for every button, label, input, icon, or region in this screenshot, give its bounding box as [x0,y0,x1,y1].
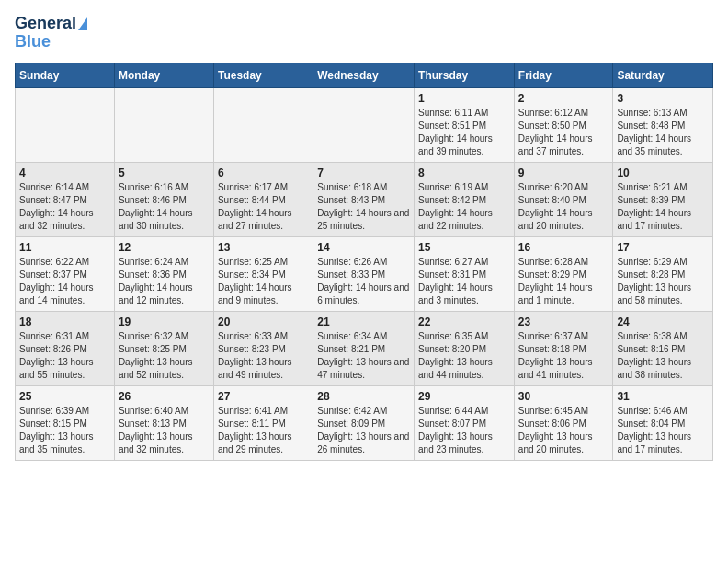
calendar-cell: 9Sunrise: 6:20 AM Sunset: 8:40 PM Daylig… [514,162,613,236]
page-header: General Blue [15,15,713,52]
day-info: Sunrise: 6:45 AM Sunset: 8:06 PM Dayligh… [518,405,609,456]
day-number: 17 [617,241,709,254]
logo-triangle-icon [78,17,87,30]
calendar-cell: 6Sunrise: 6:17 AM Sunset: 8:44 PM Daylig… [213,162,313,236]
day-number: 14 [317,241,410,254]
week-row-2: 4Sunrise: 6:14 AM Sunset: 8:47 PM Daylig… [16,162,713,236]
day-number: 16 [518,241,609,254]
week-row-4: 18Sunrise: 6:31 AM Sunset: 8:26 PM Dayli… [16,311,713,385]
day-info: Sunrise: 6:34 AM Sunset: 8:21 PM Dayligh… [317,330,410,382]
day-info: Sunrise: 6:41 AM Sunset: 8:11 PM Dayligh… [218,405,309,456]
calendar-cell: 1Sunrise: 6:11 AM Sunset: 8:51 PM Daylig… [415,87,515,162]
day-number: 10 [617,167,709,179]
calendar-cell: 25Sunrise: 6:39 AM Sunset: 8:15 PM Dayli… [16,385,115,460]
calendar-cell: 21Sunrise: 6:34 AM Sunset: 8:21 PM Dayli… [313,311,415,385]
calendar-cell: 7Sunrise: 6:18 AM Sunset: 8:43 PM Daylig… [313,162,415,236]
day-number: 29 [418,390,510,403]
calendar-cell: 22Sunrise: 6:35 AM Sunset: 8:20 PM Dayli… [415,311,515,385]
logo-text-general: General [15,15,76,33]
day-info: Sunrise: 6:24 AM Sunset: 8:36 PM Dayligh… [119,256,210,307]
day-info: Sunrise: 6:16 AM Sunset: 8:46 PM Dayligh… [119,181,210,233]
day-header-row: SundayMondayTuesdayWednesdayThursdayFrid… [16,63,713,87]
day-number: 15 [418,241,510,254]
day-number: 12 [119,241,210,254]
calendar-cell: 14Sunrise: 6:26 AM Sunset: 8:33 PM Dayli… [313,236,415,311]
day-info: Sunrise: 6:44 AM Sunset: 8:07 PM Dayligh… [418,405,510,456]
day-number: 11 [19,241,110,254]
day-number: 2 [518,92,609,105]
day-header-saturday: Saturday [613,63,713,87]
day-info: Sunrise: 6:11 AM Sunset: 8:51 PM Dayligh… [418,107,510,158]
day-number: 20 [218,316,309,328]
day-number: 5 [119,167,210,179]
calendar-cell: 31Sunrise: 6:46 AM Sunset: 8:04 PM Dayli… [613,385,713,460]
day-header-sunday: Sunday [16,63,115,87]
week-row-1: 1Sunrise: 6:11 AM Sunset: 8:51 PM Daylig… [16,87,713,162]
day-number: 26 [119,390,210,403]
day-info: Sunrise: 6:14 AM Sunset: 8:47 PM Dayligh… [19,181,110,233]
calendar-cell [313,87,415,162]
day-number: 8 [418,167,510,179]
day-info: Sunrise: 6:37 AM Sunset: 8:18 PM Dayligh… [518,330,609,382]
day-info: Sunrise: 6:31 AM Sunset: 8:26 PM Dayligh… [19,330,110,382]
day-number: 25 [19,390,110,403]
day-info: Sunrise: 6:42 AM Sunset: 8:09 PM Dayligh… [317,405,410,456]
day-number: 23 [518,316,609,328]
day-info: Sunrise: 6:26 AM Sunset: 8:33 PM Dayligh… [317,256,410,307]
day-info: Sunrise: 6:33 AM Sunset: 8:23 PM Dayligh… [218,330,309,382]
calendar-table: SundayMondayTuesdayWednesdayThursdayFrid… [15,63,713,461]
calendar-cell: 5Sunrise: 6:16 AM Sunset: 8:46 PM Daylig… [114,162,213,236]
calendar-cell: 2Sunrise: 6:12 AM Sunset: 8:50 PM Daylig… [514,87,613,162]
day-info: Sunrise: 6:22 AM Sunset: 8:37 PM Dayligh… [19,256,110,307]
week-row-5: 25Sunrise: 6:39 AM Sunset: 8:15 PM Dayli… [16,385,713,460]
day-number: 9 [518,167,609,179]
day-number: 18 [19,316,110,328]
day-info: Sunrise: 6:38 AM Sunset: 8:16 PM Dayligh… [617,330,709,382]
calendar-cell: 16Sunrise: 6:28 AM Sunset: 8:29 PM Dayli… [514,236,613,311]
day-number: 13 [218,241,309,254]
day-number: 31 [617,390,709,403]
day-info: Sunrise: 6:17 AM Sunset: 8:44 PM Dayligh… [218,181,309,233]
day-info: Sunrise: 6:32 AM Sunset: 8:25 PM Dayligh… [119,330,210,382]
calendar-cell: 24Sunrise: 6:38 AM Sunset: 8:16 PM Dayli… [613,311,713,385]
day-info: Sunrise: 6:25 AM Sunset: 8:34 PM Dayligh… [218,256,309,307]
day-number: 3 [617,92,709,105]
day-number: 4 [19,167,110,179]
day-info: Sunrise: 6:18 AM Sunset: 8:43 PM Dayligh… [317,181,410,233]
day-number: 30 [518,390,609,403]
logo-text-blue: Blue [15,33,51,52]
day-info: Sunrise: 6:28 AM Sunset: 8:29 PM Dayligh… [518,256,609,307]
day-number: 21 [317,316,410,328]
day-number: 28 [317,390,410,403]
day-number: 7 [317,167,410,179]
week-row-3: 11Sunrise: 6:22 AM Sunset: 8:37 PM Dayli… [16,236,713,311]
calendar-cell [213,87,313,162]
day-number: 22 [418,316,510,328]
calendar-cell: 19Sunrise: 6:32 AM Sunset: 8:25 PM Dayli… [114,311,213,385]
day-info: Sunrise: 6:29 AM Sunset: 8:28 PM Dayligh… [617,256,709,307]
day-info: Sunrise: 6:13 AM Sunset: 8:48 PM Dayligh… [617,107,709,158]
calendar-cell: 23Sunrise: 6:37 AM Sunset: 8:18 PM Dayli… [514,311,613,385]
day-number: 27 [218,390,309,403]
day-info: Sunrise: 6:39 AM Sunset: 8:15 PM Dayligh… [19,405,110,456]
day-info: Sunrise: 6:46 AM Sunset: 8:04 PM Dayligh… [617,405,709,456]
calendar-cell: 28Sunrise: 6:42 AM Sunset: 8:09 PM Dayli… [313,385,415,460]
calendar-cell: 15Sunrise: 6:27 AM Sunset: 8:31 PM Dayli… [415,236,515,311]
calendar-cell: 11Sunrise: 6:22 AM Sunset: 8:37 PM Dayli… [16,236,115,311]
day-header-monday: Monday [114,63,213,87]
day-number: 6 [218,167,309,179]
calendar-cell: 17Sunrise: 6:29 AM Sunset: 8:28 PM Dayli… [613,236,713,311]
calendar-cell: 4Sunrise: 6:14 AM Sunset: 8:47 PM Daylig… [16,162,115,236]
calendar-cell: 8Sunrise: 6:19 AM Sunset: 8:42 PM Daylig… [415,162,515,236]
calendar-cell: 18Sunrise: 6:31 AM Sunset: 8:26 PM Dayli… [16,311,115,385]
day-info: Sunrise: 6:40 AM Sunset: 8:13 PM Dayligh… [119,405,210,456]
logo: General Blue [15,15,87,52]
day-info: Sunrise: 6:12 AM Sunset: 8:50 PM Dayligh… [518,107,609,158]
calendar-cell: 30Sunrise: 6:45 AM Sunset: 8:06 PM Dayli… [514,385,613,460]
day-header-wednesday: Wednesday [313,63,415,87]
day-number: 19 [119,316,210,328]
calendar-cell: 3Sunrise: 6:13 AM Sunset: 8:48 PM Daylig… [613,87,713,162]
day-info: Sunrise: 6:20 AM Sunset: 8:40 PM Dayligh… [518,181,609,233]
day-header-thursday: Thursday [415,63,515,87]
day-info: Sunrise: 6:35 AM Sunset: 8:20 PM Dayligh… [418,330,510,382]
